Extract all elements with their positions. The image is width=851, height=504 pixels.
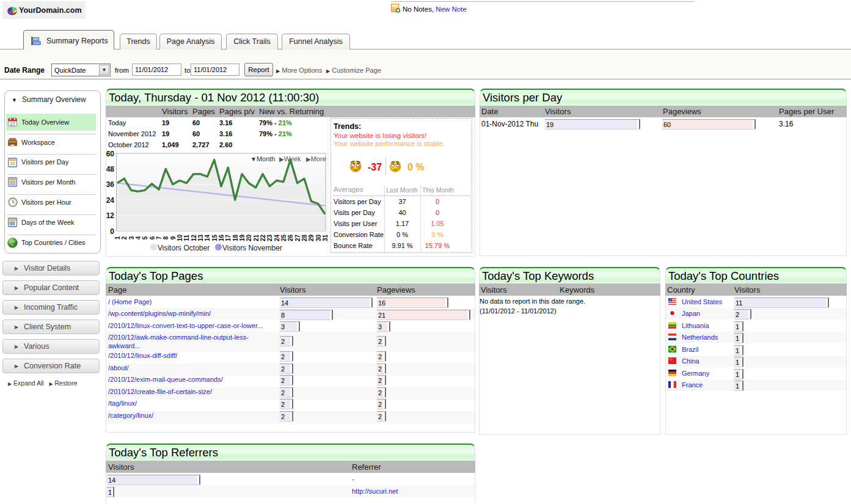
svg-text:24: 24 [106,196,115,205]
svg-text:48: 48 [106,165,115,173]
svg-text:1: 1 [114,236,121,239]
svg-text:14: 14 [204,235,211,242]
svg-text:18: 18 [232,235,239,242]
svg-text:26: 26 [287,235,294,242]
svg-text:15: 15 [211,235,218,242]
svg-text:19: 19 [239,235,246,242]
svg-text:28: 28 [301,235,308,242]
svg-text:16: 16 [218,235,225,242]
svg-text:3: 3 [128,236,135,239]
svg-text:11: 11 [183,235,190,241]
svg-text:31: 31 [322,235,329,242]
svg-text:5: 5 [142,236,148,239]
svg-text:20: 20 [246,235,252,242]
svg-text:30: 30 [315,235,322,242]
svg-text:8: 8 [163,236,169,239]
svg-text:25: 25 [280,235,287,242]
svg-text:24: 24 [274,235,280,242]
svg-text:6: 6 [149,236,156,239]
svg-text:23: 23 [266,235,273,242]
svg-text:17: 17 [10,121,15,126]
svg-text:22: 22 [260,235,266,242]
svg-text:7: 7 [156,236,163,239]
svg-text:60: 60 [106,150,115,158]
svg-text:36: 36 [106,180,115,189]
svg-text:21: 21 [253,235,260,242]
svg-text:17: 17 [225,235,232,242]
svg-text:12: 12 [106,211,115,220]
svg-text:10: 10 [177,235,183,242]
svg-text:10: 10 [10,161,15,166]
svg-text:4: 4 [135,236,142,239]
svg-text:13: 13 [197,235,204,242]
svg-text:9: 9 [170,236,177,239]
svg-text:2: 2 [121,236,128,239]
svg-text:0: 0 [110,227,114,236]
svg-text:27: 27 [294,235,301,242]
svg-text:12: 12 [191,235,197,242]
svg-text:29: 29 [308,235,315,242]
